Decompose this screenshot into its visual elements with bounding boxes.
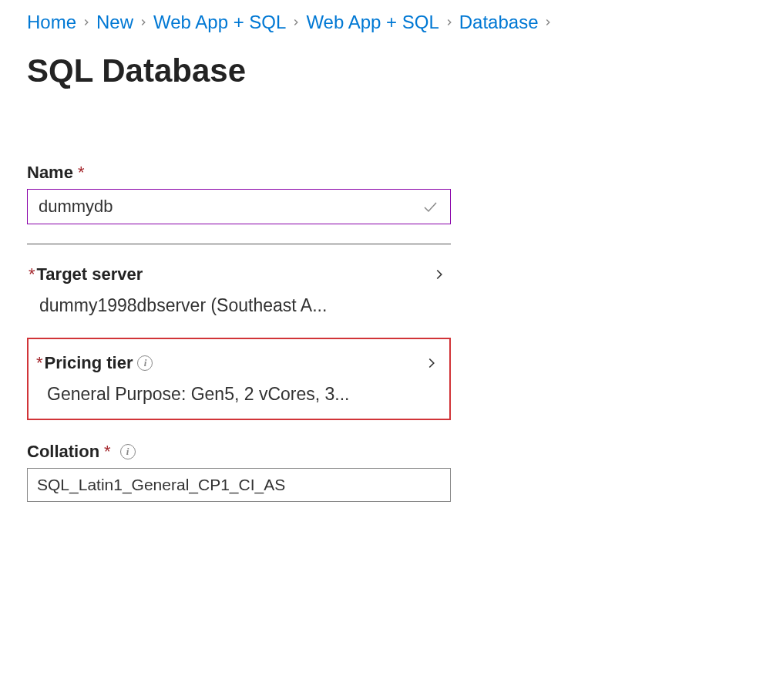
collation-label-text: Collation [27,442,99,462]
chevron-right-icon [291,17,301,28]
collation-input[interactable] [37,476,441,494]
breadcrumb-link-webapp-sql-1[interactable]: Web App + SQL [153,12,286,33]
target-server-label: Target server [37,264,143,284]
page-title: SQL Database [27,52,756,89]
target-server-header: * Target server [29,264,449,284]
breadcrumb-link-database[interactable]: Database [459,12,539,33]
collation-label: Collation * i [27,442,451,462]
pricing-tier-header: * Pricing tier i [36,353,442,373]
name-input-wrap[interactable] [27,189,451,224]
pricing-tier-label-row: * Pricing tier i [36,353,153,373]
breadcrumb-link-home[interactable]: Home [27,12,76,33]
check-icon [421,197,439,216]
required-star: * [78,163,85,183]
info-icon[interactable]: i [120,444,136,459]
chevron-right-icon [423,355,442,372]
breadcrumb-link-new[interactable]: New [96,12,133,33]
required-star: * [29,264,35,284]
breadcrumb-link-webapp-sql-2[interactable]: Web App + SQL [306,12,439,33]
chevron-right-icon [138,17,149,28]
chevron-right-icon [543,17,553,28]
target-server-selector[interactable]: * Target server dummy1998dbserver (South… [27,260,451,330]
target-server-value: dummy1998dbserver (Southeast A... [29,295,449,316]
target-server-label-row: * Target server [29,264,143,284]
pricing-tier-label: Pricing tier [45,353,133,373]
chevron-right-icon [431,266,449,283]
divider [27,244,451,244]
name-label-text: Name [27,163,73,183]
collation-input-wrap[interactable] [27,468,451,502]
chevron-right-icon [444,17,455,28]
required-star: * [36,353,43,373]
breadcrumb: Home New Web App + SQL Web App + SQL Dat… [27,12,756,33]
required-star: * [104,442,111,462]
form-area: Name * * Target server dummy1998dbserver… [27,163,451,502]
chevron-right-icon [81,17,92,28]
pricing-tier-value: General Purpose: Gen5, 2 vCores, 3... [36,384,442,405]
pricing-tier-selector[interactable]: * Pricing tier i General Purpose: Gen5, … [27,338,451,420]
name-input[interactable] [39,197,421,217]
name-label: Name * [27,163,451,183]
info-icon[interactable]: i [137,355,153,371]
